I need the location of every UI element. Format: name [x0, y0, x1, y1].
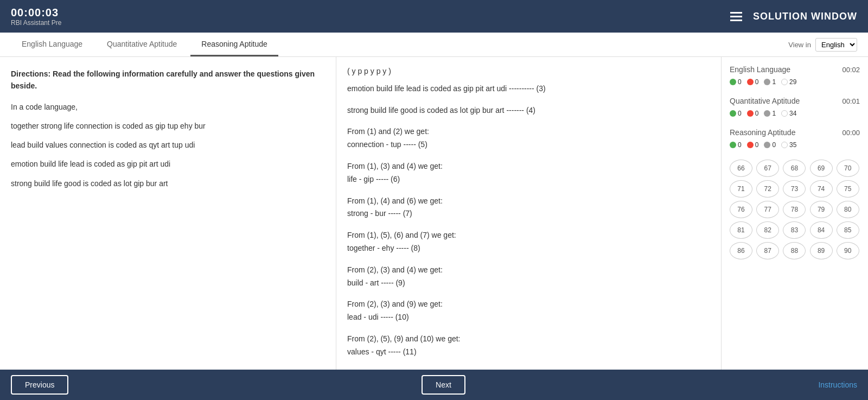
solution-1: strong build life good is coded as lot g…	[347, 104, 710, 117]
english-dot-gray: 1	[764, 78, 776, 86]
solution-text-3a: From (1), (3) and (4) we get:	[347, 160, 710, 173]
directions-text: Directions: Read the following informati…	[11, 68, 325, 92]
solution-text-5a: From (1), (5), (6) and (7) we get:	[347, 229, 710, 242]
next-button[interactable]: Next	[422, 375, 465, 395]
question-number-87[interactable]: 87	[756, 242, 779, 259]
quant-stat-header: Quantitative Aptitude 00:01	[730, 97, 860, 105]
language-select[interactable]: English Hindi	[815, 38, 857, 52]
instructions-link[interactable]: Instructions	[818, 380, 857, 389]
quant-white-count: 34	[789, 110, 796, 117]
tab-quantitative-aptitude[interactable]: Quantitative Aptitude	[96, 33, 188, 56]
reasoning-section-time: 00:00	[842, 129, 860, 137]
header-right: SOLUTION WINDOW	[730, 11, 857, 22]
question-number-76[interactable]: 76	[730, 201, 752, 218]
solution-text-1: strong build life good is coded as lot g…	[347, 104, 710, 117]
question-number-85[interactable]: 85	[837, 221, 859, 239]
solution-text-0: emotion build life lead is coded as gip …	[347, 82, 710, 96]
tab-english-language[interactable]: English Language	[11, 33, 93, 56]
view-in-control: View in English Hindi	[788, 38, 857, 52]
question-number-79[interactable]: 79	[810, 201, 833, 218]
solution-text-6b: build - art ----- (9)	[347, 277, 710, 290]
header-left: 00:00:03 RBI Assistant Pre	[11, 7, 61, 27]
green-dot-icon	[730, 79, 736, 85]
question-number-69[interactable]: 69	[810, 160, 833, 177]
solution-text-6a: From (2), (3) and (4) we get:	[347, 264, 710, 277]
english-green-count: 0	[738, 78, 742, 86]
question-number-86[interactable]: 86	[730, 242, 752, 259]
solution-5: From (1), (5), (6) and (7) we get: toget…	[347, 229, 710, 255]
reasoning-dot-green: 0	[730, 141, 742, 149]
quant-green-count: 0	[738, 110, 742, 117]
header: 00:00:03 RBI Assistant Pre SOLUTION WIND…	[0, 0, 868, 33]
right-panel: English Language 00:02 0 0 1 29	[722, 57, 868, 370]
reasoning-dot-gray: 0	[764, 141, 776, 149]
english-stat-header: English Language 00:02	[730, 65, 860, 74]
quant-stat-dots: 0 0 1 34	[730, 110, 860, 117]
timer: 00:00:03	[11, 7, 61, 19]
hamburger-icon[interactable]	[730, 12, 742, 21]
reasoning-red-count: 0	[755, 141, 759, 149]
question-number-83[interactable]: 83	[783, 221, 806, 239]
solution-text-3b: life - gip ----- (6)	[347, 173, 710, 186]
white-dot-icon	[781, 142, 788, 148]
question-number-71[interactable]: 71	[730, 180, 752, 198]
white-dot-icon	[781, 110, 788, 117]
question-number-88[interactable]: 88	[783, 242, 806, 259]
question-number-90[interactable]: 90	[837, 242, 859, 259]
tabs-bar: English Language Quantitative Aptitude R…	[0, 33, 868, 57]
question-number-77[interactable]: 77	[756, 201, 779, 218]
english-dot-white: 29	[781, 78, 796, 86]
view-in-label: View in	[788, 41, 811, 49]
question-number-82[interactable]: 82	[756, 221, 779, 239]
reasoning-dot-red: 0	[747, 141, 759, 149]
red-dot-icon	[747, 142, 754, 148]
tab-reasoning-aptitude[interactable]: Reasoning Aptitude	[190, 33, 278, 56]
red-dot-icon	[747, 110, 754, 117]
solution-text-2a: From (1) and (2) we get:	[347, 125, 710, 138]
code-line-3: emotion build life lead is coded as gip …	[11, 157, 325, 171]
english-section-time: 00:02	[842, 66, 860, 74]
main-content: Directions: Read the following informati…	[0, 57, 868, 370]
quant-red-count: 0	[755, 110, 759, 117]
question-number-72[interactable]: 72	[756, 180, 779, 198]
question-number-70[interactable]: 70	[837, 160, 859, 177]
reasoning-section-stat: Reasoning Aptitude 00:00 0 0 0	[730, 128, 860, 149]
gray-dot-icon	[764, 110, 770, 117]
gray-dot-icon	[764, 79, 770, 85]
question-number-81[interactable]: 81	[730, 221, 752, 239]
english-section-name: English Language	[730, 65, 790, 74]
reasoning-section-name: Reasoning Aptitude	[730, 128, 795, 137]
solution-text-7b: lead - udi ----- (10)	[347, 311, 710, 324]
question-number-84[interactable]: 84	[810, 221, 833, 239]
solution-0: emotion build life lead is coded as gip …	[347, 82, 710, 96]
question-number-75[interactable]: 75	[837, 180, 859, 198]
question-number-89[interactable]: 89	[810, 242, 833, 259]
intro-text: In a code language,	[11, 100, 325, 114]
solution-text-4a: From (1), (4) and (6) we get:	[347, 195, 710, 208]
question-number-66[interactable]: 66	[730, 160, 752, 177]
question-number-67[interactable]: 67	[756, 160, 779, 177]
question-number-80[interactable]: 80	[837, 201, 859, 218]
question-number-68[interactable]: 68	[783, 160, 806, 177]
reasoning-green-count: 0	[738, 141, 742, 149]
white-dot-icon	[781, 79, 788, 85]
question-number-78[interactable]: 78	[783, 201, 806, 218]
solution-3: From (1), (3) and (4) we get: life - gip…	[347, 160, 710, 186]
english-stat-dots: 0 0 1 29	[730, 78, 860, 86]
question-number-74[interactable]: 74	[810, 180, 833, 198]
solution-title: SOLUTION WINDOW	[753, 11, 857, 22]
quant-dot-red: 0	[747, 110, 759, 117]
left-panel: Directions: Read the following informati…	[0, 57, 336, 370]
english-dot-red: 0	[747, 78, 759, 86]
solution-text-5b: together - ehy ----- (8)	[347, 242, 710, 255]
question-number-73[interactable]: 73	[783, 180, 806, 198]
english-gray-count: 1	[772, 78, 776, 86]
english-white-count: 29	[789, 78, 796, 86]
reasoning-stat-header: Reasoning Aptitude 00:00	[730, 128, 860, 137]
quant-dot-white: 34	[781, 110, 796, 117]
solution-text-7a: From (2), (3) and (9) we get:	[347, 298, 710, 311]
previous-button[interactable]: Previous	[11, 375, 68, 395]
gray-dot-icon	[764, 142, 770, 148]
middle-panel: ( y p p y p y ) emotion build life lead …	[336, 57, 722, 370]
top-line: ( y p p y p y )	[347, 65, 710, 78]
